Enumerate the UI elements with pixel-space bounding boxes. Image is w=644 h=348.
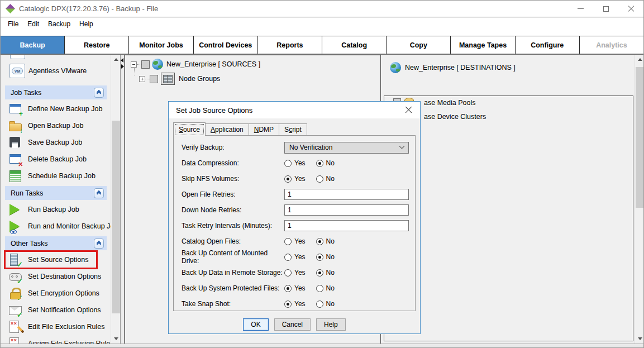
radio-option-yes[interactable]: Yes — [284, 284, 306, 292]
radio-icon — [284, 238, 292, 245]
tree-node-enterprise-sources[interactable]: New_Enterprise [ SOURCES ] — [131, 59, 260, 70]
radio-option-yes[interactable]: Yes — [284, 159, 306, 167]
verify-backup-dropdown[interactable]: No Verification — [284, 142, 409, 154]
dialog-tab-script[interactable]: Script — [279, 123, 307, 136]
sidebar-item-set-encryption-options[interactable]: ✓Set Encryption Options — [1, 285, 111, 302]
radio-option-yes[interactable]: Yes — [284, 253, 306, 261]
radio-option-yes[interactable]: Yes — [284, 269, 306, 277]
sidebar-item-assign-file-exclusion-rule[interactable]: Assign File Exclusion Rule — [1, 335, 111, 344]
sidebar-item-delete-backup-job[interactable]: ×Delete Backup Job — [1, 151, 111, 168]
sidebar-item-schedule-backup-job[interactable]: Schedule Backup Job — [1, 168, 111, 184]
scrollbar-thumb[interactable] — [636, 67, 644, 208]
field-control: YesNo — [284, 284, 345, 292]
radio-option-yes[interactable]: Yes — [284, 237, 306, 245]
radio-label: Yes — [294, 284, 306, 292]
tab-copy[interactable]: Copy — [387, 36, 451, 54]
dialog-tab-ndmp[interactable]: NDMP — [249, 123, 279, 136]
scroll-down-arrow[interactable] — [635, 334, 644, 344]
radio-option-no[interactable]: No — [316, 237, 335, 245]
tab-manage-tapes[interactable]: Manage Tapes — [451, 36, 515, 54]
dialog-title-bar: Set Job Source Options — [169, 102, 420, 118]
tree-node-media-pools[interactable]: ase Media Pools — [384, 97, 633, 108]
field-control: 1 — [284, 189, 409, 200]
run-backup-job-icon — [8, 203, 23, 216]
form-row-catalog-open-files: Catalog Open Files:YesNo — [182, 233, 415, 249]
radio-option-no[interactable]: No — [316, 253, 335, 261]
sidebar-item-define-new-backup-job[interactable]: +Define New Backup Job — [1, 101, 111, 117]
form-row-back-up-data-in-remote-storage: Back Up Data in Remote Storage:YesNo — [182, 265, 415, 280]
tree-checkbox[interactable] — [150, 75, 158, 83]
down-triangle-icon — [638, 337, 642, 340]
tab-backup[interactable]: Backup — [1, 36, 65, 54]
radio-label: No — [326, 159, 335, 167]
sidebar-item-agentless-vmware[interactable]: VM Agentless VMware — [1, 61, 106, 80]
dialog-close-button[interactable] — [397, 102, 420, 118]
text-input[interactable]: 1 — [284, 204, 409, 216]
field-label: Take Snap Shot: — [182, 300, 284, 308]
destinations-scrollbar[interactable] — [635, 55, 644, 344]
tab-reports[interactable]: Reports — [258, 36, 322, 54]
radio-option-no[interactable]: No — [316, 269, 335, 277]
app-window: Catalogic DPX(172.20.3.76) - Backup - Fi… — [0, 0, 644, 348]
collapse-section-button[interactable] — [94, 188, 104, 198]
radio-option-no[interactable]: No — [316, 284, 335, 292]
field-control: YesNo — [284, 300, 345, 308]
radio-option-yes[interactable]: Yes — [284, 300, 306, 308]
assign-file-exclusion-rule-icon — [8, 337, 23, 344]
tab-control-devices[interactable]: Control Devices — [194, 36, 258, 54]
task-item-label: Set Destination Options — [28, 273, 101, 280]
sidebar-item-run-and-monitor-backup-job[interactable]: Run and Monitor Backup Job — [1, 218, 111, 235]
radio-option-no[interactable]: No — [316, 300, 335, 308]
field-label: Back Up Data in Remote Storage: — [182, 269, 284, 277]
collapse-section-button[interactable] — [94, 88, 104, 98]
tab-analytics: Analytics — [580, 36, 643, 54]
radio-option-no[interactable]: No — [316, 159, 335, 167]
minimize-button[interactable] — [568, 1, 593, 17]
menu-item-backup[interactable]: Backup — [44, 19, 75, 29]
field-label: Back Up Content of Mounted Drive: — [182, 249, 284, 265]
tree-node-node-groups[interactable]: Node Groups — [139, 73, 220, 85]
scrollbar-thumb[interactable] — [112, 121, 120, 313]
collapse-expander-icon[interactable] — [131, 61, 137, 68]
radio-option-yes[interactable]: Yes — [284, 175, 306, 183]
tab-monitor-jobs[interactable]: Monitor Jobs — [129, 36, 193, 54]
scroll-up-arrow[interactable] — [111, 55, 121, 64]
tree-node-enterprise-destinations[interactable]: New_Enterprise [ DESTINATIONS ] — [390, 62, 516, 73]
scroll-down-arrow[interactable] — [111, 334, 121, 344]
tree-node-device-clusters[interactable]: ase Device Clusters — [384, 111, 633, 122]
tab-catalog[interactable]: Catalog — [322, 36, 387, 54]
sidebar-item-set-destination-options[interactable]: ✓Set Destination Options — [1, 268, 111, 285]
scroll-up-arrow[interactable] — [635, 55, 644, 64]
tree-checkbox[interactable] — [141, 60, 150, 69]
tab-configure[interactable]: Configure — [516, 36, 580, 54]
radio-icon — [316, 285, 323, 292]
dialog-tab-source[interactable]: Source — [173, 122, 206, 136]
sidebar-scrollbar[interactable] — [111, 55, 120, 344]
text-input[interactable]: 1 — [284, 189, 409, 200]
menu-item-edit[interactable]: Edit — [23, 19, 44, 29]
menu-item-file[interactable]: File — [3, 19, 23, 29]
cancel-button[interactable]: Cancel — [274, 318, 311, 331]
close-button[interactable] — [618, 1, 643, 17]
sidebar-item-set-notification-options[interactable]: ✓Set Notification Options — [1, 302, 111, 318]
text-input[interactable]: 1 — [284, 220, 409, 231]
sidebar-item-set-source-options[interactable]: ✓Set Source Options — [1, 251, 111, 268]
tab-restore[interactable]: Restore — [65, 36, 129, 54]
help-button[interactable]: Help — [316, 318, 346, 331]
sidebar-item-save-backup-job[interactable]: Save Backup Job — [1, 134, 111, 151]
dialog-tab-application[interactable]: Application — [205, 123, 249, 136]
panel-splitter[interactable] — [120, 55, 125, 344]
sidebar-item-edit-file-exclusion-rules[interactable]: Edit File Exclusion Rules — [1, 318, 111, 335]
sidebar-item-run-backup-job[interactable]: Run Backup Job — [1, 201, 111, 218]
form-row-data-compression: Data Compression:YesNo — [182, 155, 415, 171]
menu-item-help[interactable]: Help — [75, 19, 98, 29]
radio-icon — [316, 269, 323, 277]
sidebar-item-open-backup-job[interactable]: ↓Open Backup Job — [1, 117, 111, 134]
collapse-section-button[interactable] — [94, 239, 104, 249]
input-value: 1 — [288, 190, 292, 198]
expand-expander-icon[interactable] — [139, 76, 145, 82]
define-new-backup-job-icon: + — [8, 102, 23, 116]
radio-option-no[interactable]: No — [316, 175, 335, 183]
maximize-button[interactable] — [593, 1, 618, 17]
ok-button[interactable]: OK — [243, 318, 268, 331]
